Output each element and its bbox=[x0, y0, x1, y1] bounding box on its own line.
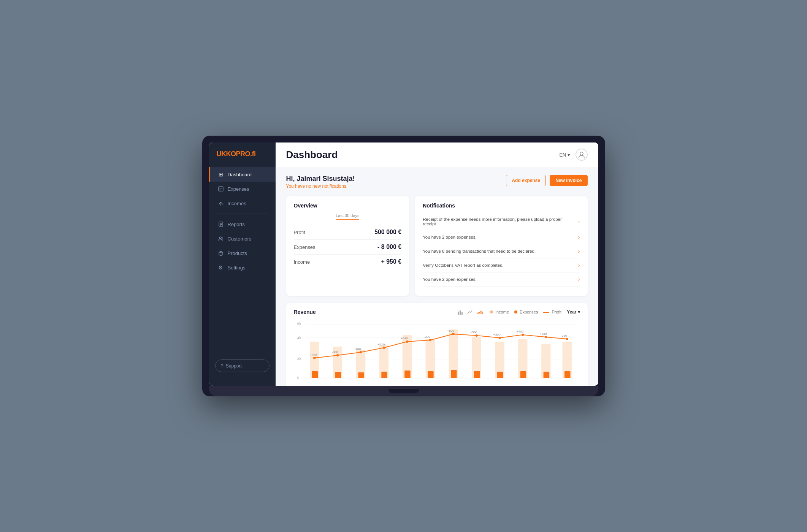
logo-text: UKKOPRO.fi bbox=[217, 150, 256, 158]
svg-point-12 bbox=[580, 152, 583, 155]
language-selector[interactable]: EN ▾ bbox=[559, 152, 570, 158]
svg-text:+410: +410 bbox=[377, 343, 385, 346]
svg-rect-45 bbox=[520, 371, 526, 378]
legend-profit: Profit bbox=[543, 310, 561, 314]
sidebar-label-incomes: Incomes bbox=[228, 201, 246, 206]
welcome-text: Hi, Jalmari Sisustaja! You have no new n… bbox=[286, 175, 355, 189]
nav-divider bbox=[217, 214, 268, 214]
svg-rect-38 bbox=[358, 372, 364, 378]
svg-rect-44 bbox=[497, 372, 503, 378]
svg-point-56 bbox=[498, 337, 501, 339]
svg-text:+440: +440 bbox=[401, 337, 408, 340]
notification-item[interactable]: Receipt of the expense needs more inform… bbox=[423, 213, 580, 230]
content-area: Hi, Jalmari Sisustaja! You have no new n… bbox=[276, 167, 598, 386]
sidebar: UKKOPRO.fi ⊞ Dashboard Expenses Incomes bbox=[209, 142, 276, 386]
revenue-header: Revenue bbox=[294, 309, 580, 315]
year-selector[interactable]: Year ▾ bbox=[567, 309, 580, 315]
products-icon bbox=[218, 250, 224, 256]
sidebar-item-customers[interactable]: Customers bbox=[209, 231, 276, 246]
svg-rect-15 bbox=[461, 312, 463, 315]
svg-text:4k: 4k bbox=[297, 336, 301, 339]
profit-label: Profit bbox=[294, 230, 305, 235]
notification-status: You have no new notifications. bbox=[286, 184, 355, 189]
expenses-value: - 8 000 € bbox=[377, 244, 401, 250]
new-invoice-button[interactable]: New invoice bbox=[550, 175, 587, 186]
legend-income: Income bbox=[490, 310, 509, 314]
sidebar-item-incomes[interactable]: Incomes bbox=[209, 196, 276, 211]
page-title: Dashboard bbox=[286, 149, 338, 161]
svg-rect-40 bbox=[404, 370, 411, 378]
overview-tab[interactable]: Last 30 days bbox=[294, 213, 402, 220]
svg-rect-41 bbox=[428, 371, 434, 378]
svg-rect-39 bbox=[381, 372, 387, 378]
sidebar-label-dashboard: Dashboard bbox=[228, 172, 252, 177]
svg-text:2k: 2k bbox=[297, 356, 301, 360]
lang-label: EN bbox=[559, 152, 566, 158]
overview-row-expenses: Expenses - 8 000 € bbox=[294, 240, 402, 255]
svg-rect-36 bbox=[312, 371, 318, 378]
sidebar-label-reports: Reports bbox=[228, 222, 245, 227]
expenses-icon bbox=[218, 186, 224, 192]
chevron-right-icon: › bbox=[578, 276, 580, 282]
settings-icon: ⚙ bbox=[218, 264, 224, 271]
svg-point-50 bbox=[359, 351, 362, 353]
support-button[interactable]: ? Support bbox=[215, 359, 270, 372]
greeting: Hi, Jalmari Sisustaja! bbox=[286, 175, 355, 183]
sidebar-item-expenses[interactable]: Expenses bbox=[209, 182, 276, 196]
incomes-icon bbox=[218, 200, 224, 206]
revenue-chart: 5k 4k 2k 0 bbox=[294, 318, 580, 386]
svg-text:-350: -350 bbox=[561, 334, 567, 337]
svg-text:+300: +300 bbox=[493, 333, 500, 336]
revenue-title: Revenue bbox=[294, 309, 316, 315]
expenses-label: Expenses bbox=[294, 244, 316, 250]
logo: UKKOPRO.fi bbox=[209, 150, 276, 167]
bar-chart-icon[interactable] bbox=[457, 309, 465, 315]
svg-point-52 bbox=[406, 340, 408, 343]
notification-item[interactable]: You have 2 open expenses.› bbox=[423, 230, 580, 244]
svg-point-57 bbox=[522, 334, 524, 336]
income-label: Income bbox=[294, 259, 310, 265]
year-label: Year bbox=[567, 309, 576, 315]
sidebar-item-reports[interactable]: Reports bbox=[209, 217, 276, 231]
sidebar-label-settings: Settings bbox=[228, 265, 246, 271]
svg-rect-46 bbox=[543, 372, 549, 378]
sidebar-item-settings[interactable]: ⚙ Settings bbox=[209, 260, 276, 275]
svg-point-58 bbox=[544, 336, 547, 338]
line-chart-icon[interactable] bbox=[467, 309, 475, 315]
area-chart-icon[interactable] bbox=[477, 309, 485, 315]
customers-icon bbox=[218, 236, 224, 242]
overview-row-income: Income + 950 € bbox=[294, 255, 402, 269]
svg-point-54 bbox=[452, 333, 455, 335]
sidebar-label-customers: Customers bbox=[228, 236, 252, 242]
notification-item[interactable]: Verify October's VAT report as completed… bbox=[423, 258, 580, 272]
sidebar-item-dashboard[interactable]: ⊞ Dashboard bbox=[209, 167, 276, 182]
add-expense-button[interactable]: Add expense bbox=[506, 175, 546, 186]
notifications-list: Receipt of the expense needs more inform… bbox=[423, 213, 580, 289]
user-avatar[interactable] bbox=[576, 149, 588, 161]
overview-notifications: Overview Last 30 days Profit 500 000 € E… bbox=[286, 196, 588, 296]
svg-point-9 bbox=[219, 237, 221, 239]
legend-expenses: Expenses bbox=[514, 310, 538, 314]
svg-text:-160: -160 bbox=[354, 347, 361, 351]
overview-title: Overview bbox=[294, 203, 402, 209]
notification-item[interactable]: You have 2 open expenses.› bbox=[423, 287, 580, 289]
svg-text:+350: +350 bbox=[539, 332, 547, 336]
overview-card: Overview Last 30 days Profit 500 000 € E… bbox=[286, 196, 409, 296]
notification-item[interactable]: You have 2 open expenses.› bbox=[423, 272, 580, 287]
notifications-card: Notifications Receipt of the expense nee… bbox=[415, 196, 587, 296]
svg-rect-14 bbox=[460, 310, 461, 315]
dashboard-icon: ⊞ bbox=[218, 171, 224, 177]
support-icon: ? bbox=[221, 363, 224, 369]
chart-legend: Income Expenses Profit bbox=[490, 310, 561, 314]
notification-item[interactable]: You have 8 pending transactions that nee… bbox=[423, 244, 580, 258]
svg-rect-13 bbox=[458, 312, 459, 315]
sidebar-item-products[interactable]: Products bbox=[209, 246, 276, 260]
svg-text:+500: +500 bbox=[470, 331, 477, 334]
profit-value: 500 000 € bbox=[374, 229, 401, 236]
chevron-right-icon: › bbox=[578, 262, 580, 268]
top-right: EN ▾ bbox=[559, 149, 587, 161]
svg-point-48 bbox=[313, 357, 316, 359]
svg-point-55 bbox=[475, 334, 478, 337]
svg-text:+800: +800 bbox=[310, 353, 317, 357]
svg-point-49 bbox=[336, 354, 339, 356]
